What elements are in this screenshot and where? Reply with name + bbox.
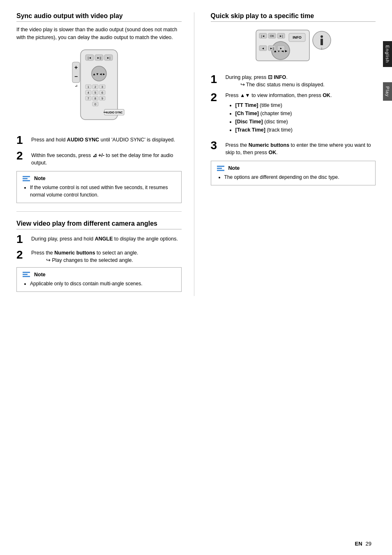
language-label: English <box>385 45 390 63</box>
camera-step-num-2: 2 <box>16 249 31 261</box>
remote-svg-right: |◄ OK ►| ▲▼◄► INFO <box>252 26 334 67</box>
svg-text:INFO: INFO <box>293 35 302 39</box>
step-text-2: Within five seconds, press ⊿ +/- to set … <box>31 150 182 167</box>
skip-sub-list: [TT Time] (title time) [Ch Time] (chapte… <box>226 101 332 134</box>
remote-illustration-right: |◄ OK ►| ▲▼◄► INFO <box>211 26 376 67</box>
svg-text:▲▼◄►: ▲▼◄► <box>92 72 106 76</box>
camera-note-list: Applicable only to discs contain multi-a… <box>23 280 175 287</box>
svg-text:⊿: ⊿ <box>74 84 77 88</box>
svg-text:◄: ◄ <box>262 47 265 50</box>
time-item-ch: [Ch Time] (chapter time) <box>235 109 332 118</box>
camera-title: View video play from different camera an… <box>16 220 182 229</box>
angle-bold: ANGLE <box>95 236 113 242</box>
skip-step-2: 2 Press ▲▼ to view information, then pre… <box>211 92 376 136</box>
step-num-2: 2 <box>16 150 31 162</box>
language-tab: English <box>383 41 392 67</box>
skip-note-header: Note <box>217 165 370 171</box>
play-label: Play <box>385 86 390 97</box>
skip-step-num-2: 2 <box>211 92 226 103</box>
svg-text:►||: ►|| <box>270 47 274 50</box>
skip-step-text-2: Press ▲▼ to view information, then press… <box>226 91 332 98</box>
camera-step-2: 2 Press the Numeric buttons to select an… <box>16 249 182 263</box>
svg-text:i: i <box>321 46 322 51</box>
skip-step-text-1: During play, press ⊡ INFO. <box>226 73 288 80</box>
skip-note-label: Note <box>228 165 240 171</box>
sync-note-label: Note <box>34 176 46 181</box>
svg-text:+: + <box>74 64 78 71</box>
sync-note-box: Note If the volume control is not used w… <box>16 171 182 203</box>
skip-note-item-1: The options are different depending on t… <box>224 173 370 181</box>
skip-step-text-3: Press the Numeric buttons to enter the t… <box>226 140 376 157</box>
camera-note-box: Note Applicable only to discs contain mu… <box>16 267 182 292</box>
svg-point-48 <box>321 35 323 38</box>
skip-step-1: 1 During play, press ⊡ INFO. ↪ The disc … <box>211 74 376 88</box>
camera-step-num-1: 1 <box>16 234 31 245</box>
svg-text:►: ► <box>280 47 283 50</box>
sync-audio-intro: If the video play is slower than the aud… <box>16 26 182 42</box>
en-label: EN <box>355 541 362 547</box>
svg-text:0: 0 <box>95 103 96 106</box>
skip-step-num-1: 1 <box>211 74 226 85</box>
section-divider <box>16 211 182 212</box>
numeric-bold: Numeric buttons <box>54 250 95 256</box>
main-content: Sync audio output with video play If the… <box>16 12 376 296</box>
svg-text:►|: ►| <box>279 35 283 38</box>
time-item-track: [Track Time] (track time) <box>235 126 332 134</box>
play-tab: Play <box>383 82 392 101</box>
camera-step-text-2: Press the Numeric buttons to select an a… <box>31 248 138 256</box>
svg-text:6: 6 <box>101 91 103 94</box>
camera-step-sub-2: ↪ Play changes to the selected angle. <box>46 257 138 263</box>
page: English Play Sync audio output with vide… <box>0 0 392 555</box>
remote-svg-left: + − ⊿ |◄ ►|| ►| ▲▼◄► <box>64 46 134 128</box>
svg-text:−: − <box>74 73 78 80</box>
plus-minus-bold: ⊿ +/- <box>92 153 104 158</box>
page-number: 29 <box>366 541 371 547</box>
quick-skip-title: Quick skip play to a specific time <box>211 12 376 22</box>
svg-text:4: 4 <box>88 91 89 94</box>
svg-text:5: 5 <box>95 91 96 94</box>
camera-note-label: Note <box>34 272 46 278</box>
sync-audio-title: Sync audio output with video play <box>16 12 182 22</box>
svg-rect-49 <box>321 39 323 45</box>
quick-skip-section: Quick skip play to a specific time |◄ OK… <box>211 12 376 185</box>
camera-section: View video play from different camera an… <box>16 220 182 292</box>
svg-text:7: 7 <box>88 97 89 100</box>
svg-text:9: 9 <box>101 97 103 100</box>
numeric-bold-2: Numeric buttons <box>249 142 289 148</box>
svg-text:►|: ►| <box>106 56 110 60</box>
info-bold: ⊡ INFO <box>268 74 286 80</box>
skip-note-box: Note The options are different depending… <box>211 161 376 185</box>
sync-step-2: 2 Within five seconds, press ⊿ +/- to se… <box>16 150 182 167</box>
sync-note-header: Note <box>23 176 175 181</box>
camera-step-text-1: During play, press and hold ANGLE to dis… <box>31 234 178 243</box>
svg-text:►||: ►|| <box>97 56 101 60</box>
camera-note-icon <box>23 272 30 277</box>
sync-audio-section: Sync audio output with video play If the… <box>16 12 182 203</box>
right-column: Quick skip play to a specific time |◄ OK… <box>207 12 376 296</box>
sync-note-item-1: If the volume control is not used within… <box>30 184 175 199</box>
ok-bold-2: OK <box>323 92 330 98</box>
step-text-1: Press and hold AUDIO SYNC until 'AUDIO S… <box>31 134 175 144</box>
svg-text:|◄: |◄ <box>88 56 91 60</box>
svg-text:OK: OK <box>270 35 274 37</box>
svg-text:1: 1 <box>88 86 89 88</box>
ok-bold-3: OK <box>268 150 276 155</box>
note-icon <box>23 176 30 181</box>
svg-text:|◄: |◄ <box>261 35 265 38</box>
skip-step-sub-1: ↪ The disc status menu is displayed. <box>240 81 325 88</box>
audio-sync-bold: AUDIO SYNC <box>67 137 99 143</box>
svg-text:8: 8 <box>95 97 96 100</box>
svg-text:AUDIO SYNC: AUDIO SYNC <box>106 111 122 114</box>
sync-note-list: If the volume control is not used within… <box>23 184 175 199</box>
skip-note-list: The options are different depending on t… <box>217 173 370 181</box>
skip-step-3: 3 Press the Numeric buttons to enter the… <box>211 140 376 157</box>
skip-note-icon <box>217 166 224 171</box>
remote-illustration-left: + − ⊿ |◄ ►|| ►| ▲▼◄► <box>16 46 182 128</box>
skip-step-num-3: 3 <box>211 140 226 151</box>
svg-text:3: 3 <box>101 86 103 88</box>
time-item-tt: [TT Time] (title time) <box>235 101 332 109</box>
camera-step-1: 1 During play, press and hold ANGLE to d… <box>16 234 182 245</box>
camera-note-item-1: Applicable only to discs contain multi-a… <box>30 280 175 287</box>
step-num-1: 1 <box>16 134 31 146</box>
camera-note-header: Note <box>23 272 175 278</box>
